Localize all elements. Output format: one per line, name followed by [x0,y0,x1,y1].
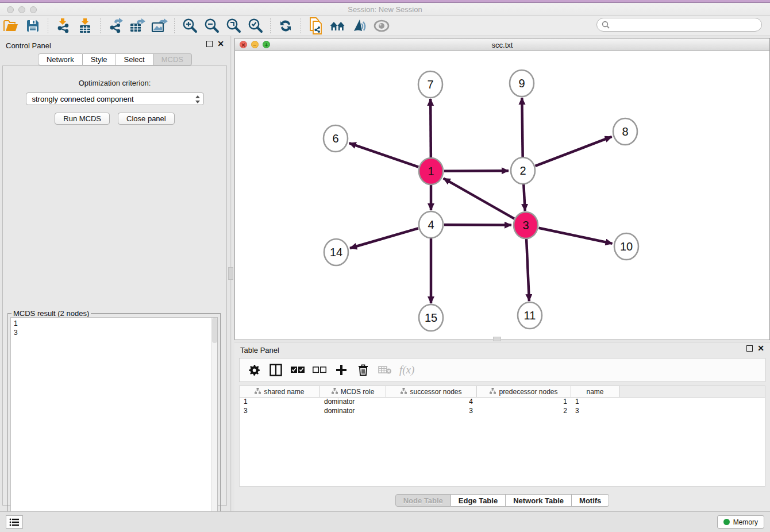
function-builder-icon[interactable]: f(x) [399,363,414,377]
result-scrollbar[interactable] [211,318,217,526]
graph-edge-3-10[interactable] [539,228,613,244]
deselect-all-checkboxes-icon[interactable] [312,363,327,377]
table-cell[interactable]: 3 [240,407,320,416]
task-history-button[interactable] [6,515,23,529]
tab-network[interactable]: Network [38,53,83,65]
graph-node-2[interactable]: 2 [511,157,535,184]
memory-button[interactable]: Memory [717,515,764,529]
graph-node-1[interactable]: 1 [419,158,443,184]
table-cell[interactable]: 3 [386,407,477,416]
table-cell[interactable]: 4 [386,398,477,407]
table-cell[interactable]: 3 [571,407,619,416]
apply-style-icon[interactable] [351,18,368,34]
column-header-label: successor nodes [410,388,461,396]
refresh-view-icon[interactable] [277,18,294,34]
graph-edge-4-14[interactable] [350,228,418,248]
graph-node-3[interactable]: 3 [514,212,538,238]
criterion-select[interactable]: strongly connected component [26,92,204,105]
graph-edge-1-2[interactable] [444,171,509,171]
tab-network-table[interactable]: Network Table [506,494,572,507]
column-settings-icon[interactable] [247,363,261,377]
network-canvas[interactable]: 7968124314101511 [235,51,769,340]
select-all-checkboxes-icon[interactable] [290,363,305,377]
graph-node-10[interactable]: 10 [614,233,638,260]
save-session-icon[interactable] [24,18,41,34]
close-panel-icon[interactable]: ✕ [217,41,224,47]
export-table-icon[interactable] [129,18,146,34]
import-network-icon[interactable] [55,18,72,34]
graph-node-14[interactable]: 14 [324,239,348,265]
graph-node-6[interactable]: 6 [324,125,348,152]
optimization-criterion-label: Optimization criterion: [3,79,226,87]
search-input[interactable] [613,21,761,29]
delete-table-icon[interactable] [378,363,392,377]
open-session-icon[interactable] [2,18,20,34]
zoom-fit-icon[interactable] [225,18,242,34]
table-cell[interactable]: 1 [571,398,619,407]
horizontal-splitter-grip[interactable] [493,337,501,341]
table-cell[interactable]: 2 [477,407,571,416]
graph-edge-1-6[interactable] [349,143,419,167]
close-panel-button[interactable]: Close panel [118,113,175,125]
fx-label: f(x) [399,364,414,376]
tab-edge-table[interactable]: Edge Table [451,494,506,507]
graph-node-11[interactable]: 11 [518,302,542,329]
import-table-icon[interactable] [76,18,94,34]
graph-edge-3-11[interactable] [526,238,529,301]
table-cell[interactable]: dominator [320,407,386,416]
svg-text:8: 8 [622,125,628,138]
table-cell[interactable]: 1 [240,398,320,407]
column-header-MCDS-role[interactable]: MCDS role [320,386,386,397]
tab-motifs[interactable]: Motifs [572,494,609,507]
column-layout-icon[interactable] [268,363,283,377]
zoom-out-icon[interactable] [203,18,220,34]
hide-selected-icon[interactable] [373,18,390,34]
table-cell[interactable]: 1 [477,398,571,407]
graph-edge-2-9[interactable] [522,98,522,157]
graph-edge-4-3[interactable] [444,225,511,225]
search-icon [602,21,610,29]
svg-text:15: 15 [425,311,437,324]
tab-mcds[interactable]: MCDS [153,53,192,65]
run-mcds-button[interactable]: Run MCDS [55,113,110,125]
tab-style[interactable]: Style [83,53,116,65]
tab-select[interactable]: Select [116,53,153,65]
graph-edge-1-7[interactable] [430,99,431,158]
graph-node-4[interactable]: 4 [419,211,443,238]
graph-edge-2-8[interactable] [535,137,611,166]
header-filler [619,386,765,397]
toolbar-separator [48,18,48,33]
export-network-icon[interactable] [107,18,124,34]
node-table[interactable]: shared nameMCDS rolesuccessor nodesprede… [239,385,765,487]
zoom-in-icon[interactable] [181,18,198,34]
table-row[interactable]: 3dominator323 [240,407,765,416]
first-neighbors-icon[interactable] [329,18,346,34]
close-table-panel-icon[interactable]: ✕ [757,345,764,352]
search-field[interactable] [596,18,762,32]
delete-column-icon[interactable] [356,363,371,377]
svg-text:11: 11 [524,309,536,322]
column-header-successor-nodes[interactable]: successor nodes [386,386,477,397]
mcds-result-text[interactable]: 13 [10,317,218,527]
column-header-shared-name[interactable]: shared name [240,386,320,397]
add-column-icon[interactable] [334,363,349,377]
clone-network-icon[interactable] [307,18,325,34]
vertical-splitter[interactable] [230,36,232,511]
table-row[interactable]: 1dominator411 [240,398,765,407]
graph-node-7[interactable]: 7 [418,71,442,98]
window-title: Session: New Session [0,5,770,14]
graph-node-9[interactable]: 9 [510,70,534,97]
float-panel-icon[interactable] [206,41,213,47]
table-cell[interactable]: dominator [320,398,386,407]
graph-node-15[interactable]: 15 [419,304,443,331]
export-image-icon[interactable] [151,18,168,34]
network-window-titlebar[interactable]: ✕ − + scc.txt [235,38,769,51]
graph-edge-2-3[interactable] [523,184,525,211]
zoom-selected-icon[interactable] [247,18,264,34]
column-header-name[interactable]: name [571,386,619,397]
graph-edge-3-1[interactable] [444,178,514,218]
column-header-predecessor-nodes[interactable]: predecessor nodes [477,386,571,397]
tab-node-table[interactable]: Node Table [395,494,451,507]
graph-node-8[interactable]: 8 [613,118,637,145]
float-table-panel-icon[interactable] [746,345,753,352]
